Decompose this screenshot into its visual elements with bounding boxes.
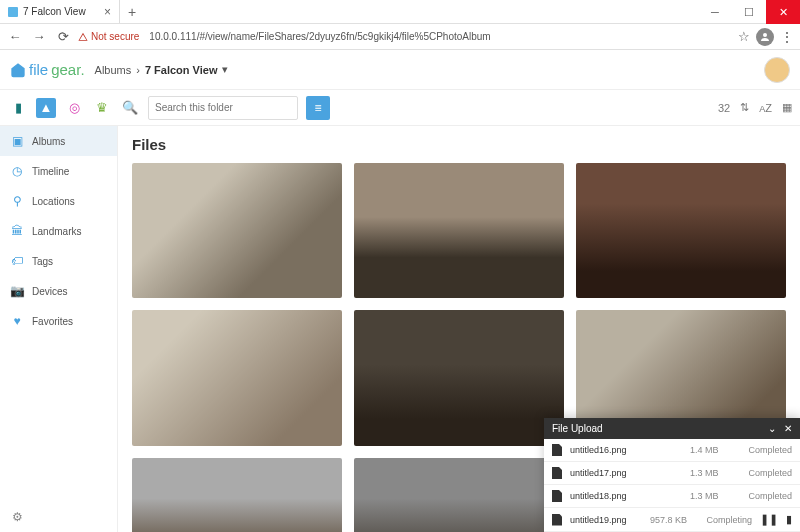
page-title: Files [132, 136, 786, 153]
sidebar-item-albums[interactable]: ▣Albums [0, 126, 117, 156]
tab-close-icon[interactable]: × [104, 5, 111, 19]
upload-row: untitled18.png 1.3 MB Completed [544, 485, 800, 508]
photo-thumb[interactable] [354, 163, 564, 298]
pin-icon: ⚲ [10, 194, 24, 208]
upload-size: 1.3 MB [690, 491, 730, 501]
sidebar-item-label: Locations [32, 196, 75, 207]
file-icon [552, 490, 562, 502]
sidebar: ▣Albums ◷Timeline ⚲Locations 🏛Landmarks … [0, 126, 118, 532]
user-avatar[interactable] [764, 57, 790, 83]
gear-icon[interactable]: ⚙ [10, 510, 24, 524]
photo-thumb[interactable] [132, 310, 342, 445]
filter-icon[interactable]: ⇅ [740, 101, 749, 114]
file-icon [552, 467, 562, 479]
main-content: Files File Upload ⌄ ✕ untit [118, 126, 800, 532]
clock-icon: ◷ [10, 164, 24, 178]
upload-filename: untitled18.png [570, 491, 682, 501]
upload-filename: untitled16.png [570, 445, 682, 455]
upload-status: Completing [698, 515, 752, 525]
close-icon[interactable]: ✕ [784, 423, 792, 434]
logo-icon [10, 62, 26, 78]
image-icon: ▣ [10, 134, 24, 148]
photo-thumb[interactable] [354, 310, 564, 445]
warning-icon [78, 32, 88, 42]
sidebar-item-landmarks[interactable]: 🏛Landmarks [0, 216, 117, 246]
cancel-icon[interactable]: ▮ [786, 513, 792, 526]
photo-thumb[interactable] [354, 458, 564, 532]
svg-point-0 [763, 33, 767, 37]
upload-header[interactable]: File Upload ⌄ ✕ [544, 418, 800, 439]
search-input[interactable] [148, 96, 298, 120]
chevron-down-icon[interactable]: ⌄ [768, 423, 776, 434]
tab-title: 7 Falcon View [23, 6, 86, 17]
security-indicator[interactable]: Not secure [78, 31, 139, 42]
photo-thumb[interactable] [132, 458, 342, 532]
photo-thumb[interactable] [132, 163, 342, 298]
upload-size: 957.8 KB [650, 515, 690, 525]
browser-menu-icon[interactable]: ⋮ [780, 29, 794, 45]
breadcrumb-root[interactable]: Albums [95, 64, 132, 76]
sidebar-item-timeline[interactable]: ◷Timeline [0, 156, 117, 186]
image-mode-icon[interactable]: ▲ [36, 98, 56, 118]
sidebar-footer: ⚙ [0, 502, 117, 532]
toolbar: ▮ ▲ ◎ ♛ 🔍 ≡ 32 ⇅ AZ ▦ [0, 90, 800, 126]
profile-avatar-icon[interactable] [756, 28, 774, 46]
upload-row: untitled16.png 1.4 MB Completed [544, 439, 800, 462]
upload-title: File Upload [552, 423, 603, 434]
bookmark-star-icon[interactable]: ☆ [738, 29, 750, 44]
sidebar-item-locations[interactable]: ⚲Locations [0, 186, 117, 216]
new-tab-button[interactable]: + [120, 0, 144, 23]
back-button[interactable]: ← [6, 28, 24, 46]
caret-down-icon[interactable]: ▾ [222, 63, 228, 76]
folder-icon[interactable]: ▮ [8, 98, 28, 118]
forward-button[interactable]: → [30, 28, 48, 46]
window-controls: ─ ☐ ✕ [698, 0, 800, 23]
sidebar-item-label: Landmarks [32, 226, 81, 237]
sidebar-item-label: Albums [32, 136, 65, 147]
item-count: 32 [718, 102, 730, 114]
sort-icon[interactable]: AZ [759, 102, 772, 114]
tab-favicon [8, 7, 18, 17]
sidebar-item-tags[interactable]: 🏷Tags [0, 246, 117, 276]
sidebar-item-label: Favorites [32, 316, 73, 327]
breadcrumb: Albums › 7 Falcon View ▾ [95, 63, 229, 76]
minimize-button[interactable]: ─ [698, 0, 732, 24]
crown-icon[interactable]: ♛ [92, 98, 112, 118]
app-header: filegear. Albums › 7 Falcon View ▾ [0, 50, 800, 90]
sidebar-item-label: Devices [32, 286, 68, 297]
upload-filename: untitled17.png [570, 468, 682, 478]
sidebar-item-label: Tags [32, 256, 53, 267]
heart-icon: ♥ [10, 314, 24, 328]
upload-row: untitled19.png 957.8 KB Completing ❚❚ ▮ [544, 508, 800, 532]
close-button[interactable]: ✕ [766, 0, 800, 24]
upload-filename: untitled19.png [570, 515, 642, 525]
sidebar-item-favorites[interactable]: ♥Favorites [0, 306, 117, 336]
pause-icon[interactable]: ❚❚ [760, 513, 778, 526]
upload-row: untitled17.png 1.3 MB Completed [544, 462, 800, 485]
tag-icon: 🏷 [10, 254, 24, 268]
window-titlebar: 7 Falcon View × + ─ ☐ ✕ [0, 0, 800, 24]
upload-size: 1.3 MB [690, 468, 730, 478]
chevron-right-icon: › [136, 64, 140, 76]
maximize-button[interactable]: ☐ [732, 0, 766, 24]
upload-size: 1.4 MB [690, 445, 730, 455]
sidebar-item-devices[interactable]: 📷Devices [0, 276, 117, 306]
reload-button[interactable]: ⟳ [54, 28, 72, 46]
logo-text-2: gear. [51, 61, 84, 78]
logo[interactable]: filegear. [10, 61, 85, 78]
security-label: Not secure [91, 31, 139, 42]
sidebar-item-label: Timeline [32, 166, 69, 177]
upload-status: Completed [738, 468, 792, 478]
disc-icon[interactable]: ◎ [64, 98, 84, 118]
url-text[interactable]: 10.0.0.111/#/view/name/FileShares/2dyuyz… [145, 31, 732, 42]
search-icon[interactable]: 🔍 [120, 98, 140, 118]
grid-view-icon[interactable]: ▦ [782, 101, 792, 114]
logo-text-1: file [29, 61, 48, 78]
breadcrumb-current[interactable]: 7 Falcon View [145, 64, 218, 76]
landmark-icon: 🏛 [10, 224, 24, 238]
upload-status: Completed [738, 445, 792, 455]
browser-tab[interactable]: 7 Falcon View × [0, 0, 120, 23]
photo-thumb[interactable] [576, 163, 786, 298]
camera-icon: 📷 [10, 284, 24, 298]
menu-button[interactable]: ≡ [306, 96, 330, 120]
